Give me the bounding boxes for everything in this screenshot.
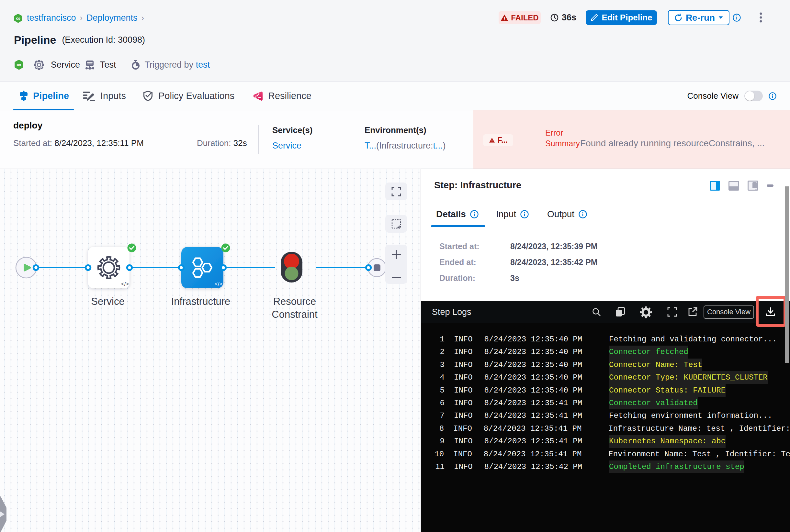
svg-text:</>: </> xyxy=(121,281,129,287)
svg-text:</>: </> xyxy=(215,281,223,287)
svg-text:∞: ∞ xyxy=(17,61,21,68)
svg-text:∞: ∞ xyxy=(16,15,20,22)
